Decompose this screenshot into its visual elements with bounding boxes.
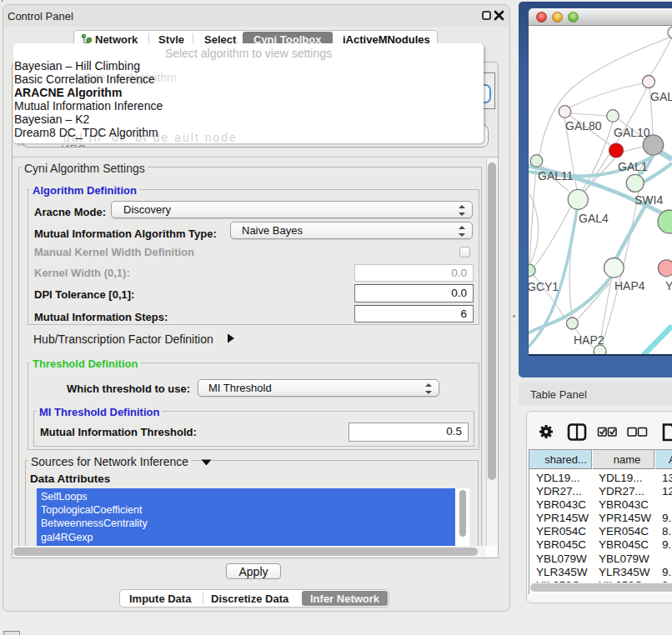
svg-text:GCY1: GCY1 <box>529 280 559 293</box>
svg-text:HAP4: HAP4 <box>614 279 645 292</box>
svg-text:Y: Y <box>665 279 672 292</box>
svg-text:SWI4: SWI4 <box>634 193 663 207</box>
svg-text:GAL4: GAL4 <box>579 212 609 225</box>
svg-text:GAL7: GAL7 <box>650 90 672 103</box>
svg-text:GAL10: GAL10 <box>614 126 650 139</box>
svg-text:GAL11: GAL11 <box>538 169 574 182</box>
svg-text:HAP2: HAP2 <box>574 333 604 347</box>
svg-text:GAL80: GAL80 <box>565 119 602 132</box>
svg-text:GAL1: GAL1 <box>618 160 648 173</box>
